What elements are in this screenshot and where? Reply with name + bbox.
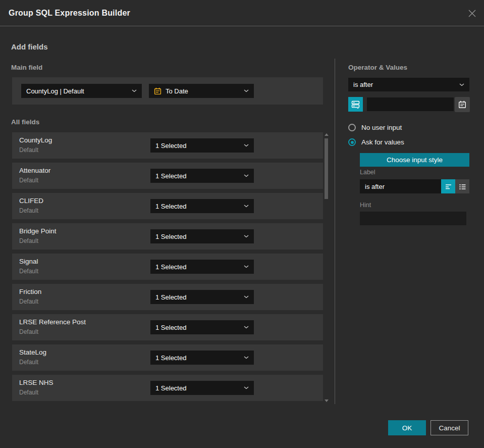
field-name: Bridge Point (19, 227, 57, 235)
field-selected-dropdown[interactable]: 1 Selected (150, 169, 254, 183)
chevron-down-icon (244, 174, 249, 177)
field-subtitle: Default (19, 268, 38, 275)
all-fields-list: CountyLog Default 1 Selected Attenuator … (12, 132, 323, 401)
group-sql-expression-builder-dialog: Group SQL Expression Builder Add fields … (0, 0, 484, 448)
field-subtitle: Default (19, 389, 38, 396)
scroll-up-icon[interactable] (325, 133, 329, 136)
list-scrollbar (325, 133, 329, 403)
field-name: Attenuator (19, 167, 50, 174)
field-selected-dropdown[interactable]: 1 Selected (150, 260, 254, 274)
input-style-toggle (441, 179, 469, 193)
field-row: CountyLog Default 1 Selected (12, 132, 323, 159)
field-selected-value: 1 Selected (155, 324, 186, 331)
chevron-down-icon (132, 89, 137, 92)
field-selected-dropdown[interactable]: 1 Selected (150, 229, 254, 243)
field-name: CLIFED (19, 197, 43, 205)
field-subtitle: Default (19, 207, 38, 214)
chevron-down-icon (244, 265, 249, 268)
date-type-select-value: To Date (166, 87, 188, 95)
scrollbar-thumb[interactable] (325, 138, 328, 199)
field-name: Friction (19, 288, 41, 295)
field-selected-value: 1 Selected (155, 172, 186, 180)
chevron-down-icon (244, 144, 249, 147)
radio-no-user-input[interactable]: No user input (348, 124, 402, 131)
field-row: Friction Default 1 Selected (12, 284, 323, 310)
chevron-down-icon (244, 326, 249, 329)
field-row: LRSE Reference Post Default 1 Selected (12, 314, 323, 340)
close-icon[interactable] (466, 8, 477, 19)
main-field-select[interactable]: CountyLog | Default (21, 84, 142, 98)
main-field-label: Main field (11, 64, 42, 71)
field-subtitle: Default (19, 328, 38, 335)
field-name: LRSE NHS (19, 379, 53, 386)
dialog-title: Group SQL Expression Builder (9, 0, 130, 26)
field-selected-value: 1 Selected (155, 354, 186, 362)
operator-select[interactable]: is after (348, 78, 469, 91)
choose-input-style-button[interactable]: Choose input style (360, 153, 469, 167)
field-name: LRSE Reference Post (19, 318, 86, 326)
radio-circle-icon (348, 138, 356, 146)
hint-input[interactable] (360, 212, 466, 225)
radio-label: Ask for values (361, 138, 404, 146)
field-subtitle: Default (19, 359, 38, 366)
field-name: Signal (19, 258, 38, 265)
field-row: Attenuator Default 1 Selected (12, 163, 323, 189)
field-selected-dropdown[interactable]: 1 Selected (150, 199, 254, 213)
field-row: CLIFED Default 1 Selected (12, 193, 323, 219)
scroll-down-icon[interactable] (325, 400, 329, 402)
field-selected-value: 1 Selected (155, 142, 186, 150)
radio-label: No user input (361, 124, 402, 131)
label-input[interactable] (360, 179, 441, 193)
field-selected-dropdown[interactable]: 1 Selected (150, 320, 254, 334)
field-selected-value: 1 Selected (155, 203, 186, 210)
field-subtitle: Default (19, 177, 38, 184)
chevron-down-icon (244, 386, 249, 389)
unique-values-icon[interactable] (348, 97, 363, 112)
field-selected-dropdown[interactable]: 1 Selected (150, 290, 254, 304)
add-fields-heading: Add fields (11, 42, 48, 51)
main-field-panel: CountyLog | Default To Date (12, 77, 323, 105)
field-subtitle: Default (19, 298, 38, 305)
all-fields-label: All fields (11, 118, 39, 126)
radio-circle-icon (348, 124, 356, 131)
chevron-down-icon (244, 235, 249, 238)
value-input[interactable] (367, 97, 454, 111)
chevron-down-icon (244, 356, 249, 359)
field-subtitle: Default (19, 146, 38, 154)
chevron-down-icon (244, 295, 249, 298)
radio-ask-for-values[interactable]: Ask for values (348, 138, 404, 146)
field-selected-value: 1 Selected (155, 293, 186, 301)
field-selected-value: 1 Selected (155, 263, 186, 271)
main-field-select-value: CountyLog | Default (26, 87, 84, 95)
field-row: StateLog Default 1 Selected (12, 344, 323, 371)
chevron-down-icon (244, 89, 249, 92)
field-selected-value: 1 Selected (155, 384, 186, 392)
chevron-down-icon (244, 205, 249, 208)
calendar-picker-icon[interactable] (455, 97, 470, 112)
label-caption: Label (360, 169, 375, 176)
calendar-icon (154, 87, 162, 95)
field-selected-value: 1 Selected (155, 233, 186, 240)
align-left-icon[interactable] (441, 179, 455, 193)
cancel-button[interactable]: Cancel (431, 420, 468, 435)
field-selected-dropdown[interactable]: 1 Selected (150, 138, 254, 153)
chevron-down-icon (459, 83, 464, 86)
field-selected-dropdown[interactable]: 1 Selected (150, 351, 254, 365)
ok-button[interactable]: OK (388, 420, 426, 435)
field-name: StateLog (19, 349, 46, 356)
hint-caption: Hint (360, 202, 371, 209)
field-row: Bridge Point Default 1 Selected (12, 223, 323, 250)
field-row: LRSE NHS Default 1 Selected (12, 375, 323, 401)
field-subtitle: Default (19, 237, 38, 244)
operator-values-heading: Operator & Values (348, 64, 407, 71)
date-type-select[interactable]: To Date (149, 84, 254, 98)
dialog-header: Group SQL Expression Builder (0, 0, 484, 26)
operator-select-value: is after (353, 81, 373, 88)
bullet-list-icon[interactable] (455, 179, 469, 193)
vertical-divider (335, 59, 335, 404)
field-name: CountyLog (19, 136, 52, 144)
field-row: Signal Default 1 Selected (12, 254, 323, 280)
field-selected-dropdown[interactable]: 1 Selected (150, 381, 254, 395)
